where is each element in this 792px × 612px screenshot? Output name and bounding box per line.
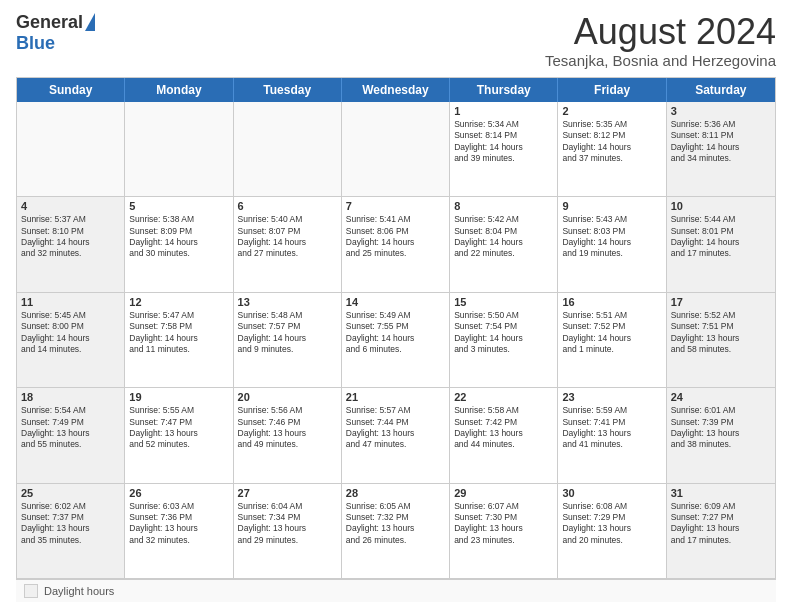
cal-cell: 6Sunrise: 5:40 AM Sunset: 8:07 PM Daylig… — [234, 197, 342, 291]
day-number: 7 — [346, 200, 445, 212]
cal-cell: 18Sunrise: 5:54 AM Sunset: 7:49 PM Dayli… — [17, 388, 125, 482]
day-number: 26 — [129, 487, 228, 499]
day-number: 17 — [671, 296, 771, 308]
cal-cell: 24Sunrise: 6:01 AM Sunset: 7:39 PM Dayli… — [667, 388, 775, 482]
day-number: 3 — [671, 105, 771, 117]
cal-cell: 5Sunrise: 5:38 AM Sunset: 8:09 PM Daylig… — [125, 197, 233, 291]
cell-info: Sunrise: 6:04 AM Sunset: 7:34 PM Dayligh… — [238, 501, 337, 547]
cal-cell: 7Sunrise: 5:41 AM Sunset: 8:06 PM Daylig… — [342, 197, 450, 291]
cal-cell: 2Sunrise: 5:35 AM Sunset: 8:12 PM Daylig… — [558, 102, 666, 196]
day-number: 9 — [562, 200, 661, 212]
day-number: 25 — [21, 487, 120, 499]
cell-info: Sunrise: 6:01 AM Sunset: 7:39 PM Dayligh… — [671, 405, 771, 451]
calendar-body: 1Sunrise: 5:34 AM Sunset: 8:14 PM Daylig… — [17, 102, 775, 578]
cell-info: Sunrise: 5:43 AM Sunset: 8:03 PM Dayligh… — [562, 214, 661, 260]
cal-header-saturday: Saturday — [667, 78, 775, 102]
cal-cell — [125, 102, 233, 196]
cell-info: Sunrise: 5:41 AM Sunset: 8:06 PM Dayligh… — [346, 214, 445, 260]
day-number: 27 — [238, 487, 337, 499]
cal-cell: 27Sunrise: 6:04 AM Sunset: 7:34 PM Dayli… — [234, 484, 342, 578]
day-number: 1 — [454, 105, 553, 117]
title-block: August 2024 Tesanjka, Bosnia and Herzego… — [545, 12, 776, 69]
cal-cell: 13Sunrise: 5:48 AM Sunset: 7:57 PM Dayli… — [234, 293, 342, 387]
cell-info: Sunrise: 5:45 AM Sunset: 8:00 PM Dayligh… — [21, 310, 120, 356]
cal-cell: 17Sunrise: 5:52 AM Sunset: 7:51 PM Dayli… — [667, 293, 775, 387]
cell-info: Sunrise: 5:44 AM Sunset: 8:01 PM Dayligh… — [671, 214, 771, 260]
cell-info: Sunrise: 5:57 AM Sunset: 7:44 PM Dayligh… — [346, 405, 445, 451]
cal-cell: 15Sunrise: 5:50 AM Sunset: 7:54 PM Dayli… — [450, 293, 558, 387]
day-number: 28 — [346, 487, 445, 499]
page: General Blue August 2024 Tesanjka, Bosni… — [0, 0, 792, 612]
day-number: 10 — [671, 200, 771, 212]
cell-info: Sunrise: 6:07 AM Sunset: 7:30 PM Dayligh… — [454, 501, 553, 547]
day-number: 12 — [129, 296, 228, 308]
cal-header-friday: Friday — [558, 78, 666, 102]
legend: Daylight hours — [16, 579, 776, 602]
day-number: 16 — [562, 296, 661, 308]
cell-info: Sunrise: 6:09 AM Sunset: 7:27 PM Dayligh… — [671, 501, 771, 547]
cal-cell: 28Sunrise: 6:05 AM Sunset: 7:32 PM Dayli… — [342, 484, 450, 578]
day-number: 30 — [562, 487, 661, 499]
cal-header-wednesday: Wednesday — [342, 78, 450, 102]
cal-cell: 23Sunrise: 5:59 AM Sunset: 7:41 PM Dayli… — [558, 388, 666, 482]
cal-week-5: 25Sunrise: 6:02 AM Sunset: 7:37 PM Dayli… — [17, 484, 775, 578]
day-number: 4 — [21, 200, 120, 212]
cell-info: Sunrise: 6:05 AM Sunset: 7:32 PM Dayligh… — [346, 501, 445, 547]
cal-cell — [17, 102, 125, 196]
cal-cell: 20Sunrise: 5:56 AM Sunset: 7:46 PM Dayli… — [234, 388, 342, 482]
cal-cell: 3Sunrise: 5:36 AM Sunset: 8:11 PM Daylig… — [667, 102, 775, 196]
cell-info: Sunrise: 5:36 AM Sunset: 8:11 PM Dayligh… — [671, 119, 771, 165]
day-number: 29 — [454, 487, 553, 499]
cal-cell — [234, 102, 342, 196]
cal-cell: 11Sunrise: 5:45 AM Sunset: 8:00 PM Dayli… — [17, 293, 125, 387]
day-number: 15 — [454, 296, 553, 308]
day-number: 24 — [671, 391, 771, 403]
cell-info: Sunrise: 5:58 AM Sunset: 7:42 PM Dayligh… — [454, 405, 553, 451]
legend-label: Daylight hours — [44, 585, 114, 597]
cal-header-sunday: Sunday — [17, 78, 125, 102]
cal-cell: 29Sunrise: 6:07 AM Sunset: 7:30 PM Dayli… — [450, 484, 558, 578]
cal-cell: 30Sunrise: 6:08 AM Sunset: 7:29 PM Dayli… — [558, 484, 666, 578]
cell-info: Sunrise: 5:47 AM Sunset: 7:58 PM Dayligh… — [129, 310, 228, 356]
day-number: 20 — [238, 391, 337, 403]
cell-info: Sunrise: 5:50 AM Sunset: 7:54 PM Dayligh… — [454, 310, 553, 356]
logo-blue-text: Blue — [16, 33, 55, 54]
day-number: 19 — [129, 391, 228, 403]
cal-cell: 21Sunrise: 5:57 AM Sunset: 7:44 PM Dayli… — [342, 388, 450, 482]
cal-week-2: 4Sunrise: 5:37 AM Sunset: 8:10 PM Daylig… — [17, 197, 775, 292]
cell-info: Sunrise: 5:54 AM Sunset: 7:49 PM Dayligh… — [21, 405, 120, 451]
cell-info: Sunrise: 5:38 AM Sunset: 8:09 PM Dayligh… — [129, 214, 228, 260]
cal-cell: 12Sunrise: 5:47 AM Sunset: 7:58 PM Dayli… — [125, 293, 233, 387]
day-number: 13 — [238, 296, 337, 308]
cal-cell: 4Sunrise: 5:37 AM Sunset: 8:10 PM Daylig… — [17, 197, 125, 291]
day-number: 31 — [671, 487, 771, 499]
cell-info: Sunrise: 5:37 AM Sunset: 8:10 PM Dayligh… — [21, 214, 120, 260]
cal-week-4: 18Sunrise: 5:54 AM Sunset: 7:49 PM Dayli… — [17, 388, 775, 483]
logo-triangle-icon — [85, 13, 95, 31]
calendar-header: SundayMondayTuesdayWednesdayThursdayFrid… — [17, 78, 775, 102]
main-title: August 2024 — [545, 12, 776, 52]
cal-cell: 9Sunrise: 5:43 AM Sunset: 8:03 PM Daylig… — [558, 197, 666, 291]
cal-cell: 19Sunrise: 5:55 AM Sunset: 7:47 PM Dayli… — [125, 388, 233, 482]
day-number: 23 — [562, 391, 661, 403]
cell-info: Sunrise: 5:59 AM Sunset: 7:41 PM Dayligh… — [562, 405, 661, 451]
cal-cell: 25Sunrise: 6:02 AM Sunset: 7:37 PM Dayli… — [17, 484, 125, 578]
day-number: 14 — [346, 296, 445, 308]
cal-cell: 1Sunrise: 5:34 AM Sunset: 8:14 PM Daylig… — [450, 102, 558, 196]
cell-info: Sunrise: 5:56 AM Sunset: 7:46 PM Dayligh… — [238, 405, 337, 451]
day-number: 21 — [346, 391, 445, 403]
cal-cell — [342, 102, 450, 196]
cal-cell: 16Sunrise: 5:51 AM Sunset: 7:52 PM Dayli… — [558, 293, 666, 387]
cal-header-tuesday: Tuesday — [234, 78, 342, 102]
logo-general-text: General — [16, 12, 83, 33]
day-number: 6 — [238, 200, 337, 212]
cell-info: Sunrise: 5:40 AM Sunset: 8:07 PM Dayligh… — [238, 214, 337, 260]
cal-cell: 31Sunrise: 6:09 AM Sunset: 7:27 PM Dayli… — [667, 484, 775, 578]
cell-info: Sunrise: 5:49 AM Sunset: 7:55 PM Dayligh… — [346, 310, 445, 356]
cell-info: Sunrise: 5:52 AM Sunset: 7:51 PM Dayligh… — [671, 310, 771, 356]
logo: General Blue — [16, 12, 95, 54]
day-number: 2 — [562, 105, 661, 117]
cal-cell: 26Sunrise: 6:03 AM Sunset: 7:36 PM Dayli… — [125, 484, 233, 578]
cell-info: Sunrise: 5:48 AM Sunset: 7:57 PM Dayligh… — [238, 310, 337, 356]
cell-info: Sunrise: 6:02 AM Sunset: 7:37 PM Dayligh… — [21, 501, 120, 547]
